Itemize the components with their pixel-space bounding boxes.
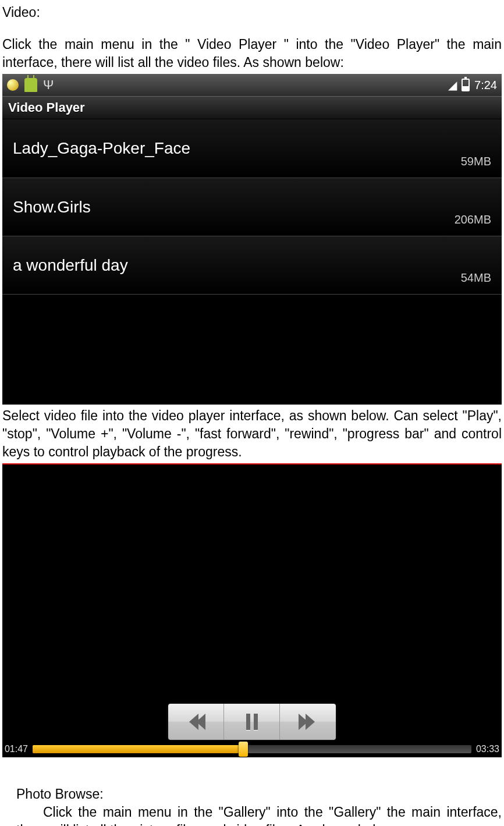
video-list-item[interactable]: Lady_Gaga-Poker_Face 59MB (2, 119, 502, 178)
video-list-item[interactable]: a wonderful day 54MB (2, 236, 502, 294)
video-name: a wonderful day (13, 256, 128, 275)
video-name: Show.Girls (13, 198, 91, 217)
rewind-button[interactable] (168, 704, 224, 740)
notification-icon (7, 79, 19, 91)
video-list: Lady_Gaga-Poker_Face 59MB Show.Girls 206… (2, 119, 502, 405)
progress-fill (33, 745, 243, 753)
video-surface[interactable] (2, 465, 502, 703)
list-empty-area (2, 294, 502, 405)
app-title: Video Player (8, 100, 85, 115)
fast-forward-button[interactable] (280, 704, 336, 740)
android-icon (24, 78, 37, 92)
battery-icon (462, 79, 470, 91)
app-title-bar: Video Player (2, 96, 502, 119)
video-name: Lady_Gaga-Poker_Face (13, 139, 190, 158)
video-size: 206MB (455, 213, 491, 236)
rewind-icon (189, 714, 203, 730)
screenshot-video-list: Ψ ◢ 7:24 Video Player Lady_Gaga-Poker_Fa… (2, 74, 502, 405)
status-right: ◢ 7:24 (448, 78, 497, 92)
section-heading-video: Video: (0, 3, 504, 22)
usb-icon: Ψ (43, 77, 54, 93)
paragraph-video-intro: Click the main menu in the " Video Playe… (0, 36, 504, 72)
fast-forward-icon (301, 714, 315, 730)
paragraph-gallery-intro: Click the main menu in the "Gallery" int… (0, 803, 504, 826)
pause-icon (246, 714, 258, 730)
section-heading-photo: Photo Browse: (0, 785, 504, 803)
time-elapsed: 01:47 (3, 744, 29, 754)
playback-controls (168, 704, 336, 740)
pause-button[interactable] (224, 704, 280, 740)
status-left: Ψ (7, 77, 54, 93)
progress-bar-row: 01:47 03:33 (2, 741, 502, 757)
wifi-icon: ◢ (448, 78, 457, 92)
status-time: 7:24 (474, 79, 497, 92)
screenshot-video-player: 01:47 03:33 (2, 463, 502, 757)
progress-bar[interactable] (33, 745, 471, 753)
paragraph-player-desc: Select video file into the video player … (0, 407, 504, 461)
video-list-item[interactable]: Show.Girls 206MB (2, 178, 502, 236)
status-bar: Ψ ◢ 7:24 (2, 74, 502, 96)
video-size: 59MB (461, 155, 491, 178)
time-total: 03:33 (475, 744, 501, 754)
video-size: 54MB (461, 271, 491, 294)
progress-thumb[interactable] (239, 742, 248, 757)
